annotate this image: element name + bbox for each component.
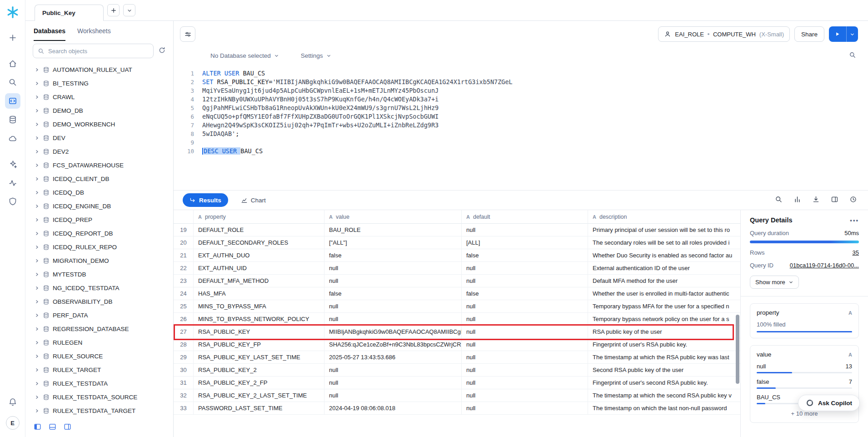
table-row-27[interactable]: 27RSA_PUBLIC_KEYMIIBIjANBgkqhkiG9w0BAQEF… — [174, 326, 740, 338]
marketplace-nav-button[interactable] — [5, 131, 20, 146]
chevron-right-icon[interactable] — [35, 204, 40, 209]
share-button[interactable]: Share — [794, 26, 824, 42]
sidebar-item-ng_icedq_testdata[interactable]: NG_ICEDQ_TESTDATA — [25, 281, 173, 295]
table-row-33[interactable]: 33PASSWORD_LAST_SET_TIME2024-04-19 08:06… — [174, 402, 740, 415]
panel-left-toggle[interactable] — [34, 423, 41, 432]
global-search-button[interactable] — [5, 75, 20, 90]
user-avatar[interactable]: E — [6, 416, 20, 430]
sidebar-item-rulex_testdata[interactable]: RULEX_TESTDATA — [25, 377, 173, 390]
ai-ml-nav-button[interactable] — [5, 156, 20, 172]
table-row-29[interactable]: 29RSA_PUBLIC_KEY_LAST_SET_TIME2025-05-27… — [174, 351, 740, 364]
panel-right-toggle[interactable] — [64, 423, 71, 432]
chevron-right-icon[interactable] — [35, 136, 40, 141]
panel-bottom-toggle[interactable] — [49, 423, 56, 432]
sidebar-item-icedq_rulex_repo[interactable]: ICEDQ_RULEX_REPO — [25, 240, 173, 254]
sidebar-item-regression_database[interactable]: REGRESSION_DATABASE — [25, 322, 173, 336]
data-nav-button[interactable] — [5, 112, 20, 127]
editor-options-button[interactable] — [180, 26, 195, 42]
code-line-9[interactable]: 9 — [174, 138, 868, 147]
chevron-right-icon[interactable] — [35, 272, 40, 277]
value-stats-card[interactable]: value A null13false7BAU_CS + 10 more — [750, 345, 859, 423]
table-scrollbar-thumb[interactable] — [736, 315, 739, 384]
sidebar-item-migration_demo[interactable]: MIGRATION_DEMO — [25, 254, 173, 267]
query-details-menu-button[interactable]: ••• — [850, 217, 859, 224]
header-default[interactable]: Adefault — [462, 210, 588, 224]
results-search-button[interactable] — [775, 196, 783, 205]
sidebar-item-icedq_engine_db[interactable]: ICEDQ_ENGINE_DB — [25, 199, 173, 213]
results-columns-button[interactable] — [793, 196, 801, 205]
worksheets-nav-button[interactable] — [5, 93, 20, 109]
code-line-8[interactable]: 85wIDAQAB'; — [174, 130, 868, 138]
chevron-right-icon[interactable] — [35, 122, 40, 127]
results-layout-button[interactable] — [831, 196, 838, 205]
tab-chart[interactable]: Chart — [241, 197, 266, 204]
table-row-23[interactable]: 23DEFAULT_MFA_METHODnullnullDefault MFA … — [174, 275, 740, 287]
value-histogram-item[interactable]: false7 — [757, 378, 852, 389]
activity-nav-button[interactable] — [5, 175, 20, 191]
snowflake-logo[interactable] — [6, 5, 20, 19]
tab-databases[interactable]: Databases — [34, 21, 65, 41]
run-options-button[interactable] — [846, 26, 858, 42]
table-row-20[interactable]: 20DEFAULT_SECONDARY_ROLES["ALL"][ALL]The… — [174, 236, 740, 249]
code-line-6[interactable]: 6eNqCUQ5o+pfQMSY1EOfaBf7FfXUHpZXBaDG0UTo… — [174, 112, 868, 121]
ask-copilot-button[interactable]: Ask Copilot — [798, 395, 860, 411]
chevron-right-icon[interactable] — [35, 395, 40, 400]
show-more-button[interactable]: Show more — [750, 276, 799, 289]
code-line-10[interactable]: 10DESC USER BAU_CS — [174, 147, 868, 156]
sidebar-item-fcs_datawarehouse[interactable]: FCS_DATAWAREHOUSE — [25, 158, 173, 172]
table-row-22[interactable]: 22EXT_AUTHN_UIDnullnullExternal authenti… — [174, 262, 740, 275]
new-plus-button[interactable] — [5, 30, 20, 45]
header-value[interactable]: Avalue — [324, 210, 462, 224]
settings-dropdown[interactable]: Settings — [301, 52, 331, 59]
sidebar-item-dev[interactable]: DEV — [25, 131, 173, 145]
chevron-right-icon[interactable] — [35, 313, 40, 318]
chevron-right-icon[interactable] — [35, 245, 40, 250]
chevron-right-icon[interactable] — [35, 299, 40, 304]
table-row-26[interactable]: 26MINS_TO_BYPASS_NETWORK_POLICYnullnullT… — [174, 313, 740, 326]
sidebar-item-rulegen[interactable]: RULEGEN — [25, 336, 173, 349]
rows-value-link[interactable]: 35 — [853, 249, 859, 256]
table-row-24[interactable]: 24HAS_MFAfalsefalseWhether the user is e… — [174, 287, 740, 300]
chevron-right-icon[interactable] — [35, 354, 40, 359]
sidebar-item-perf_data[interactable]: PERF_DATA — [25, 308, 173, 322]
code-line-4[interactable]: 412tzIHkNBy0UWXuUPhAVYBnH0j05t3sS7hP9Kuq… — [174, 95, 868, 104]
chevron-right-icon[interactable] — [35, 163, 40, 168]
table-row-28[interactable]: 28RSA_PUBLIC_KEY_FPSHA256:qJCe1ceZoBf+n9… — [174, 338, 740, 351]
database-selector[interactable]: No Database selected — [210, 52, 279, 59]
sidebar-item-crawl[interactable]: CRAWL — [25, 90, 173, 104]
sidebar-item-dev2[interactable]: DEV2 — [25, 145, 173, 158]
sidebar-item-icedq_prep[interactable]: ICEDQ_PREP — [25, 213, 173, 226]
sidebar-item-rulex_testdata_target[interactable]: RULEX_TESTDATA_TARGET — [25, 404, 173, 417]
header-description[interactable]: Adescription — [588, 210, 740, 224]
chevron-right-icon[interactable] — [35, 81, 40, 86]
property-stats-card[interactable]: property A 100% filled — [750, 303, 859, 338]
code-line-2[interactable]: 2SET RSA_PUBLIC_KEY='MIIBIjANBgkqhkiG9w0… — [174, 78, 868, 86]
search-objects-field[interactable] — [33, 44, 154, 58]
tab-worksheets[interactable]: Worksheets — [77, 21, 111, 41]
code-line-3[interactable]: 3MqiYvESaUnyg1jt6jud4p5ALpCuHbGCWpvnlEaE… — [174, 86, 868, 95]
sidebar-item-observability_db[interactable]: OBSERVABILITY_DB — [25, 295, 173, 308]
query-id-link[interactable]: 01bca119-0714-16d0-00... — [790, 262, 859, 269]
query-history-button[interactable] — [849, 196, 857, 205]
code-line-5[interactable]: 5QgjPahMFLwiCSHbTb8aG1RneopUvAkXWUn+kU0e… — [174, 104, 868, 112]
run-button[interactable] — [829, 26, 846, 42]
sidebar-item-demo_workbench[interactable]: DEMO_WORKBENCH — [25, 117, 173, 131]
table-row-30[interactable]: 30RSA_PUBLIC_KEY_2nullnullSecond RSA pub… — [174, 364, 740, 377]
code-line-1[interactable]: 1ALTER USER BAU_CS — [174, 69, 868, 78]
value-histogram-item[interactable]: null13 — [757, 363, 852, 373]
sidebar-item-icedq_db[interactable]: ICEDQ_DB — [25, 186, 173, 199]
table-row-32[interactable]: 32RSA_PUBLIC_KEY_2_LAST_SET_TIMEnullnull… — [174, 389, 740, 402]
sidebar-item-icedq_report_db[interactable]: ICEDQ_REPORT_DB — [25, 226, 173, 240]
table-row-19[interactable]: 19DEFAULT_ROLEBAU_ROLEnullPrimary princi… — [174, 224, 740, 236]
table-row-25[interactable]: 25MINS_TO_BYPASS_MFAnullnullTemporary by… — [174, 300, 740, 313]
notifications-button[interactable] — [5, 394, 20, 410]
new-tab-button[interactable] — [107, 4, 120, 16]
search-objects-input[interactable] — [48, 48, 149, 55]
sql-editor[interactable]: 1ALTER USER BAU_CS2SET RSA_PUBLIC_KEY='M… — [174, 64, 868, 190]
code-line-7[interactable]: 7AHewgn2Q49wSpK3sCKOIZ5iuj02qh+7PqImTr+w… — [174, 121, 868, 130]
sidebar-item-rulex_source[interactable]: RULEX_SOURCE — [25, 349, 173, 363]
role-warehouse-selector[interactable]: EAI_ROLE COMPUTE_WH (X-Small) — [658, 26, 790, 42]
header-property[interactable]: Aproperty — [194, 210, 324, 224]
chevron-right-icon[interactable] — [35, 176, 40, 181]
governance-nav-button[interactable] — [5, 194, 20, 209]
